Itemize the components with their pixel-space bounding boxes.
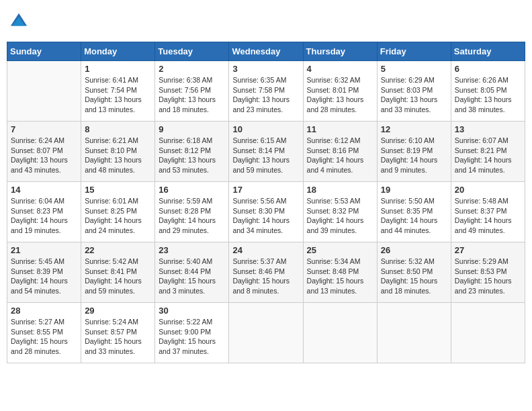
day-number: 20: [455, 185, 521, 195]
day-info: Sunrise: 5:59 AMSunset: 8:28 PMDaylight:…: [159, 196, 225, 236]
day-number: 29: [85, 306, 151, 316]
day-info: Sunrise: 5:34 AMSunset: 8:48 PMDaylight:…: [307, 257, 373, 296]
day-info: Sunrise: 6:26 AMSunset: 8:05 PMDaylight:…: [455, 75, 521, 115]
day-number: 27: [455, 245, 521, 255]
day-info: Sunrise: 5:37 AMSunset: 8:46 PMDaylight:…: [232, 257, 299, 296]
day-info: Sunrise: 5:32 AMSunset: 8:50 PMDaylight:…: [381, 257, 447, 296]
day-info: Sunrise: 5:48 AMSunset: 8:37 PMDaylight:…: [455, 196, 521, 236]
week-row-5: 28 Sunrise: 5:27 AMSunset: 8:55 PMDaylig…: [7, 303, 525, 363]
day-info: Sunrise: 6:04 AMSunset: 8:23 PMDaylight:…: [11, 196, 77, 236]
day-cell: 14 Sunrise: 6:04 AMSunset: 8:23 PMDaylig…: [7, 182, 81, 242]
day-info: Sunrise: 6:10 AMSunset: 8:19 PMDaylight:…: [381, 136, 447, 175]
day-info: Sunrise: 5:40 AMSunset: 8:44 PMDaylight:…: [159, 257, 225, 296]
day-info: Sunrise: 5:42 AMSunset: 8:41 PMDaylight:…: [85, 257, 151, 296]
day-cell: 21 Sunrise: 5:45 AMSunset: 8:39 PMDaylig…: [7, 242, 81, 303]
day-info: Sunrise: 5:56 AMSunset: 8:30 PMDaylight:…: [232, 196, 299, 236]
day-info: Sunrise: 5:50 AMSunset: 8:35 PMDaylight:…: [381, 196, 447, 236]
day-info: Sunrise: 6:15 AMSunset: 8:14 PMDaylight:…: [232, 136, 299, 175]
day-number: 6: [455, 64, 521, 74]
day-number: 11: [307, 124, 373, 134]
day-info: Sunrise: 6:18 AMSunset: 8:12 PMDaylight:…: [159, 136, 225, 175]
day-info: Sunrise: 6:21 AMSunset: 8:10 PMDaylight:…: [85, 136, 151, 175]
day-cell: 4 Sunrise: 6:32 AMSunset: 8:01 PMDayligh…: [303, 61, 377, 122]
day-number: 15: [85, 185, 151, 195]
day-cell: 27 Sunrise: 5:29 AMSunset: 8:53 PMDaylig…: [451, 242, 525, 303]
day-cell: 9 Sunrise: 6:18 AMSunset: 8:12 PMDayligh…: [155, 122, 229, 182]
day-cell: [229, 303, 303, 363]
day-info: Sunrise: 6:38 AMSunset: 7:56 PMDaylight:…: [159, 75, 225, 115]
calendar-table: SundayMondayTuesdayWednesdayThursdayFrid…: [7, 42, 525, 363]
day-number: 30: [159, 306, 225, 316]
day-number: 10: [232, 124, 299, 134]
logo: [9, 12, 30, 31]
day-info: Sunrise: 6:41 AMSunset: 7:54 PMDaylight:…: [85, 75, 151, 115]
day-info: Sunrise: 6:12 AMSunset: 8:16 PMDaylight:…: [307, 136, 373, 175]
week-row-2: 7 Sunrise: 6:24 AMSunset: 8:07 PMDayligh…: [7, 122, 525, 182]
week-row-1: 1 Sunrise: 6:41 AMSunset: 7:54 PMDayligh…: [7, 61, 525, 122]
day-info: Sunrise: 6:24 AMSunset: 8:07 PMDaylight:…: [11, 136, 77, 175]
day-number: 22: [85, 245, 151, 255]
day-number: 25: [307, 245, 373, 255]
col-header-wednesday: Wednesday: [229, 42, 303, 61]
day-info: Sunrise: 5:45 AMSunset: 8:39 PMDaylight:…: [11, 257, 77, 296]
col-header-thursday: Thursday: [303, 42, 377, 61]
day-cell: 2 Sunrise: 6:38 AMSunset: 7:56 PMDayligh…: [155, 61, 229, 122]
day-number: 3: [232, 64, 299, 74]
day-info: Sunrise: 5:24 AMSunset: 8:57 PMDaylight:…: [85, 317, 151, 357]
day-info: Sunrise: 6:07 AMSunset: 8:21 PMDaylight:…: [455, 136, 521, 175]
day-cell: 30 Sunrise: 5:22 AMSunset: 9:00 PMDaylig…: [155, 303, 229, 363]
day-number: 1: [85, 64, 151, 74]
day-number: 24: [232, 245, 299, 255]
day-cell: 26 Sunrise: 5:32 AMSunset: 8:50 PMDaylig…: [377, 242, 451, 303]
day-number: 17: [232, 185, 299, 195]
day-cell: 17 Sunrise: 5:56 AMSunset: 8:30 PMDaylig…: [229, 182, 303, 242]
day-number: 28: [11, 306, 77, 316]
page-header: [7, 7, 525, 36]
day-info: Sunrise: 6:35 AMSunset: 7:58 PMDaylight:…: [232, 75, 299, 115]
day-number: 16: [159, 185, 225, 195]
day-number: 2: [159, 64, 225, 74]
day-number: 5: [381, 64, 447, 74]
col-header-sunday: Sunday: [7, 42, 81, 61]
day-info: Sunrise: 6:01 AMSunset: 8:25 PMDaylight:…: [85, 196, 151, 236]
day-info: Sunrise: 5:22 AMSunset: 9:00 PMDaylight:…: [159, 317, 225, 357]
day-cell: 22 Sunrise: 5:42 AMSunset: 8:41 PMDaylig…: [81, 242, 155, 303]
day-cell: [303, 303, 377, 363]
day-cell: 24 Sunrise: 5:37 AMSunset: 8:46 PMDaylig…: [229, 242, 303, 303]
header-row: SundayMondayTuesdayWednesdayThursdayFrid…: [7, 42, 525, 61]
day-number: 8: [85, 124, 151, 134]
day-cell: 11 Sunrise: 6:12 AMSunset: 8:16 PMDaylig…: [303, 122, 377, 182]
day-number: 23: [159, 245, 225, 255]
day-info: Sunrise: 6:29 AMSunset: 8:03 PMDaylight:…: [381, 75, 447, 115]
day-number: 26: [381, 245, 447, 255]
week-row-3: 14 Sunrise: 6:04 AMSunset: 8:23 PMDaylig…: [7, 182, 525, 242]
day-cell: 18 Sunrise: 5:53 AMSunset: 8:32 PMDaylig…: [303, 182, 377, 242]
day-cell: 29 Sunrise: 5:24 AMSunset: 8:57 PMDaylig…: [81, 303, 155, 363]
day-cell: 20 Sunrise: 5:48 AMSunset: 8:37 PMDaylig…: [451, 182, 525, 242]
day-cell: 12 Sunrise: 6:10 AMSunset: 8:19 PMDaylig…: [377, 122, 451, 182]
col-header-saturday: Saturday: [451, 42, 525, 61]
day-number: 9: [159, 124, 225, 134]
day-cell: 5 Sunrise: 6:29 AMSunset: 8:03 PMDayligh…: [377, 61, 451, 122]
day-info: Sunrise: 5:29 AMSunset: 8:53 PMDaylight:…: [455, 257, 521, 296]
day-cell: 8 Sunrise: 6:21 AMSunset: 8:10 PMDayligh…: [81, 122, 155, 182]
day-cell: 15 Sunrise: 6:01 AMSunset: 8:25 PMDaylig…: [81, 182, 155, 242]
col-header-monday: Monday: [81, 42, 155, 61]
col-header-friday: Friday: [377, 42, 451, 61]
day-number: 18: [307, 185, 373, 195]
week-row-4: 21 Sunrise: 5:45 AMSunset: 8:39 PMDaylig…: [7, 242, 525, 303]
day-cell: 6 Sunrise: 6:26 AMSunset: 8:05 PMDayligh…: [451, 61, 525, 122]
day-cell: 3 Sunrise: 6:35 AMSunset: 7:58 PMDayligh…: [229, 61, 303, 122]
col-header-tuesday: Tuesday: [155, 42, 229, 61]
day-info: Sunrise: 5:27 AMSunset: 8:55 PMDaylight:…: [11, 317, 77, 357]
day-number: 7: [11, 124, 77, 134]
day-info: Sunrise: 5:53 AMSunset: 8:32 PMDaylight:…: [307, 196, 373, 236]
day-cell: 16 Sunrise: 5:59 AMSunset: 8:28 PMDaylig…: [155, 182, 229, 242]
day-cell: [451, 303, 525, 363]
day-number: 14: [11, 185, 77, 195]
day-info: Sunrise: 6:32 AMSunset: 8:01 PMDaylight:…: [307, 75, 373, 115]
day-cell: 19 Sunrise: 5:50 AMSunset: 8:35 PMDaylig…: [377, 182, 451, 242]
logo-icon: [9, 12, 28, 31]
day-number: 12: [381, 124, 447, 134]
day-cell: 23 Sunrise: 5:40 AMSunset: 8:44 PMDaylig…: [155, 242, 229, 303]
